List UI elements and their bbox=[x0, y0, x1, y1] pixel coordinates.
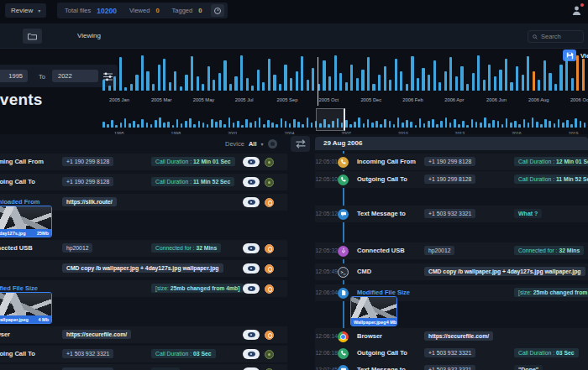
green-tag-badge[interactable] bbox=[265, 178, 274, 187]
timeline-yearly-chart[interactable]: 199519982001200420072010201320162019 bbox=[102, 111, 588, 136]
timeline-cursor[interactable] bbox=[318, 57, 318, 106]
green-tag-badge[interactable] bbox=[265, 350, 274, 359]
thumbnail-caption: wallpaper.jpeg4 Mb bbox=[0, 315, 51, 323]
left-events-list: Incoming Call From+1 190 299 8128Call Du… bbox=[0, 134, 290, 370]
timeline-bar bbox=[438, 82, 441, 91]
timeline-bar bbox=[259, 117, 261, 128]
timeline-bar bbox=[311, 122, 313, 128]
event-row[interactable]: 12:05:49>_CMDCMD copy /b wallpaper.jpg +… bbox=[315, 263, 588, 280]
timeline-bar bbox=[358, 117, 360, 128]
event-row[interactable]: Browserhttps://securefile.com/ bbox=[0, 326, 287, 343]
timeline-bar bbox=[268, 59, 270, 91]
axis-tick-label: 2006 Feb bbox=[402, 97, 423, 102]
orange-tag-badge[interactable] bbox=[265, 264, 274, 274]
timeline-bar bbox=[444, 71, 447, 91]
orange-tag-badge[interactable] bbox=[265, 284, 274, 294]
thumbnail-filename: wallpaper.jpeg bbox=[0, 317, 29, 322]
event-row[interactable]: 12:06:14Browserhttps://securefile.com/ bbox=[315, 328, 588, 345]
timeline-bar bbox=[211, 119, 213, 128]
attachment-thumbnail[interactable]: 4day127s.jpg25Mb bbox=[0, 206, 52, 237]
event-row[interactable]: 12:07:45Text Message to+1 503 932 3321"D… bbox=[315, 362, 588, 370]
eye-icon bbox=[248, 332, 255, 337]
axis-tick-label: 2005 Jul bbox=[235, 97, 254, 102]
event-row[interactable]: 12:06:04Modified File Size[size: 25mb ch… bbox=[315, 284, 588, 301]
timeline-bar bbox=[406, 84, 408, 91]
event-row[interactable]: Downloaded Fromhttps://silk.route/4day12… bbox=[0, 194, 287, 211]
timeline-bar bbox=[202, 84, 204, 91]
event-row[interactable]: 12:05:01Incoming Call From+1 190 299 812… bbox=[315, 154, 588, 170]
view-eye-button[interactable] bbox=[243, 330, 260, 340]
timeline-bar bbox=[571, 78, 574, 91]
top-bar: Review ▾ Total files 10200 Viewed 0 Tagg… bbox=[0, 0, 588, 22]
search-input[interactable] bbox=[541, 33, 579, 40]
timeline-bar bbox=[570, 124, 573, 128]
duration-pill: Call Duration : 11 Min 52 Sec bbox=[514, 175, 588, 184]
event-row[interactable]: CMDCMD copy /b wallpaper.jpg + 4day127s.… bbox=[0, 260, 287, 277]
event-row[interactable]: Outgoing Call To+1 503 932 3321Call Dura… bbox=[0, 346, 287, 362]
event-row[interactable]: 12:05:12Text Message to+1 503 932 3321Wh… bbox=[315, 206, 588, 222]
incoming-call-icon bbox=[338, 157, 349, 168]
user-avatar[interactable] bbox=[571, 4, 583, 16]
timeline-bar bbox=[419, 118, 422, 128]
duration-key: Connected for : bbox=[518, 248, 559, 253]
event-label: Incoming Call From bbox=[0, 154, 44, 170]
view-eye-button[interactable] bbox=[243, 284, 260, 294]
timeline-bar bbox=[124, 118, 127, 128]
attachment-thumbnail[interactable]: Wallpaper.jpeg4 Mb bbox=[350, 296, 397, 326]
timeline-bar bbox=[263, 124, 265, 128]
timeline-bar bbox=[163, 122, 165, 128]
event-row[interactable]: 12:06:18Outgoing Call To+1 503 932 3321C… bbox=[315, 345, 588, 362]
orange-tag-badge[interactable] bbox=[265, 331, 274, 340]
event-value-pill: https://silk.route/ bbox=[62, 197, 117, 206]
timeline-bar bbox=[290, 78, 292, 91]
viewed-label: Viewed bbox=[129, 7, 150, 14]
view-eye-button[interactable] bbox=[243, 177, 260, 187]
timeline-bar bbox=[549, 121, 551, 128]
timeline-bar bbox=[181, 123, 183, 128]
duration-key: Call Duration : bbox=[155, 179, 193, 185]
attachment-thumbnail[interactable]: wallpaper.jpeg4 Mb bbox=[0, 292, 52, 324]
review-dropdown[interactable]: Review ▾ bbox=[5, 3, 46, 18]
timeline-bar bbox=[229, 84, 232, 91]
event-timestamp: 12:06:18 bbox=[315, 345, 338, 362]
timeline-bar bbox=[582, 59, 585, 91]
orange-tag-badge[interactable] bbox=[265, 198, 274, 207]
timeline-brush[interactable] bbox=[316, 108, 345, 131]
folder-button[interactable] bbox=[23, 29, 42, 44]
timeline-monthly-chart[interactable]: 2005 Jan2005 Mar2005 May2005 Jul2005 Sep… bbox=[102, 55, 588, 107]
timeline-bar bbox=[397, 117, 400, 128]
view-eye-button[interactable] bbox=[243, 197, 260, 207]
usb-icon bbox=[338, 246, 349, 257]
event-value-pill: +1 503 932 3321 bbox=[424, 209, 475, 218]
timeline-bar bbox=[417, 78, 419, 91]
event-row[interactable]: Connected USBhp20012Connected for : 32 M… bbox=[0, 240, 287, 257]
timeline-bar bbox=[436, 124, 438, 128]
timeline-bar bbox=[389, 80, 391, 91]
tagged-count: 0 bbox=[198, 7, 202, 14]
view-eye-button[interactable] bbox=[243, 263, 260, 274]
history-clock-button[interactable] bbox=[211, 4, 224, 17]
duration-pill: Call Duration : 03 Sec bbox=[151, 349, 216, 358]
event-row[interactable]: Text Message to+1 503 932 3321"Done" bbox=[0, 364, 287, 370]
view-eye-button[interactable] bbox=[243, 243, 260, 253]
date-from-input[interactable] bbox=[0, 70, 28, 82]
axis-tick-label: 2006 Aug bbox=[528, 97, 549, 102]
event-value-pill: CMD copy /b wallpaper.jpg + 4day127s.jpg… bbox=[62, 263, 223, 273]
duration-key: Call Duration : bbox=[155, 351, 193, 357]
total-files-label: Total files bbox=[65, 7, 91, 14]
date-to-input[interactable] bbox=[52, 70, 98, 82]
event-row[interactable]: Incoming Call From+1 190 299 8128Call Du… bbox=[0, 154, 287, 170]
event-row[interactable]: Modified File Size[size: 25mb changed fr… bbox=[0, 280, 287, 297]
timeline-bar bbox=[312, 68, 314, 91]
event-row[interactable]: Outgoing Call To+1 190 299 8128Call Dura… bbox=[0, 174, 287, 190]
green-tag-badge[interactable] bbox=[265, 158, 274, 167]
swap-columns-button[interactable] bbox=[291, 136, 310, 152]
timeline-bar bbox=[375, 121, 378, 128]
view-eye-button[interactable] bbox=[243, 157, 260, 167]
view-eye-button[interactable] bbox=[243, 349, 260, 359]
event-label: Browser bbox=[357, 328, 382, 345]
timeline-bar bbox=[492, 120, 495, 128]
orange-tag-badge[interactable] bbox=[265, 244, 274, 253]
event-row[interactable]: 12:05:32Connected USBhp20012Connected fo… bbox=[315, 242, 588, 259]
event-row[interactable]: 12:05:10Outgoing Call To+1 190 299 8128C… bbox=[315, 171, 588, 188]
